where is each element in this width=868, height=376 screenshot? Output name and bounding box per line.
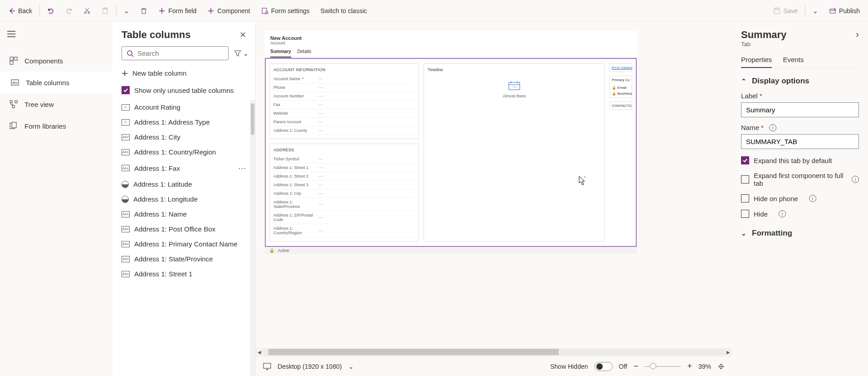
more-icon[interactable]: ⋯ <box>238 163 246 173</box>
column-item[interactable]: AbcAddress 1: Primary Contact Name <box>112 236 255 251</box>
save-dropdown[interactable]: ⌄ <box>808 5 823 17</box>
form-field-button[interactable]: Form field <box>154 5 201 17</box>
related-card[interactable]: Primary Co 🔒 Email 🔒 Business <box>610 76 632 98</box>
field-row[interactable]: Account Name*--- <box>273 75 415 83</box>
info-icon[interactable]: i <box>779 210 786 217</box>
form-canvas: New Account Account Summary Details ACCO… <box>256 22 732 376</box>
prop-tab-events[interactable]: Events <box>783 56 804 68</box>
section-title: ADDRESS <box>273 148 415 152</box>
nav-components-label: Components <box>24 57 63 65</box>
svg-rect-5 <box>103 9 107 14</box>
column-item[interactable]: ≡Account Rating <box>112 100 255 115</box>
field-row[interactable]: Parent Account--- <box>273 118 415 126</box>
expand-default-checkbox[interactable]: Expand this tab by default <box>741 156 859 164</box>
section-address[interactable]: ADDRESS Ticker Symbol--- Address 1: Stre… <box>269 144 419 241</box>
form-tab-summary[interactable]: Summary <box>270 49 291 58</box>
scrollbar[interactable] <box>250 100 255 376</box>
field-row[interactable]: Phone--- <box>273 83 415 92</box>
section-display-options[interactable]: ⌃ Display options <box>741 77 859 86</box>
new-table-column-button[interactable]: New table column <box>112 65 255 82</box>
search-box[interactable] <box>122 46 229 60</box>
paste-dropdown[interactable]: ⌄ <box>119 5 134 17</box>
hide-phone-checkbox[interactable]: Hide on phone i <box>741 194 859 202</box>
prop-tab-properties[interactable]: Properties <box>741 56 772 68</box>
column-item[interactable]: AbcAddress 1: Country/Region <box>112 145 255 159</box>
field-row[interactable]: Website--- <box>273 109 415 118</box>
related-card[interactable]: CONTACTS <box>610 101 632 110</box>
section-formatting[interactable]: ⌄ Formatting <box>741 229 859 238</box>
undo-button[interactable] <box>43 5 59 17</box>
field-row[interactable]: Address 1: Street 1--- <box>273 164 415 172</box>
zoom-out-button[interactable]: − <box>634 362 639 371</box>
collapse-pane-button[interactable]: › <box>856 29 859 39</box>
column-item[interactable]: AbcAddress 1: City <box>112 130 255 145</box>
section-timeline[interactable]: Timeline Almost there <box>424 63 605 241</box>
expand-first-checkbox[interactable]: Expand first component to full tab i <box>741 172 859 187</box>
search-input[interactable] <box>137 49 224 57</box>
column-item[interactable]: AbcAddress 1: State/Province <box>112 251 255 266</box>
column-item[interactable]: ≡Address 1: Address Type <box>112 115 255 130</box>
switch-classic-button[interactable]: Switch to classic <box>316 5 372 17</box>
paste-button[interactable] <box>97 5 113 17</box>
optionset-icon: ≡ <box>122 104 130 111</box>
field-row[interactable]: Ticker Symbol--- <box>273 155 415 164</box>
info-icon[interactable]: i <box>809 195 816 202</box>
chevron-down-icon[interactable]: ⌄ <box>348 363 354 370</box>
field-row[interactable]: Address 1: Street 3--- <box>273 181 415 189</box>
hide-checkbox[interactable]: Hide i <box>741 210 859 218</box>
column-item[interactable]: Address 1: Longitude <box>112 192 255 207</box>
canvas-footer: Desktop (1920 x 1080) ⌄ Show Hidden Off … <box>256 356 732 376</box>
column-item[interactable]: AbcAddress 1: Post Office Box <box>112 222 255 236</box>
info-icon[interactable]: i <box>852 176 859 183</box>
zoom-slider[interactable] <box>644 366 681 367</box>
zoom-value: 39% <box>698 363 711 370</box>
viewport-label[interactable]: Desktop (1920 x 1080) <box>278 363 342 370</box>
field-row[interactable]: Account Number--- <box>273 92 415 101</box>
nav-tree-view[interactable]: Tree view <box>0 93 112 115</box>
column-item[interactable]: AbcAddress 1: Name <box>112 207 255 222</box>
unused-columns-checkbox-row[interactable]: Show only unused table columns <box>112 82 255 100</box>
svg-rect-36 <box>12 122 16 128</box>
delete-button[interactable] <box>136 5 152 17</box>
field-row[interactable]: Fax--- <box>273 101 415 109</box>
scroll-thumb[interactable] <box>251 103 254 135</box>
redo-button[interactable] <box>61 5 77 17</box>
field-row[interactable]: Address 1: City--- <box>273 189 415 198</box>
form-tab-details[interactable]: Details <box>297 49 312 58</box>
section-account-info[interactable]: ACCOUNT INFORMATION Account Name*--- Pho… <box>269 63 419 139</box>
checkbox-icon <box>741 156 749 164</box>
nav-form-libraries[interactable]: Form libraries <box>0 115 112 137</box>
publish-button[interactable]: Publish <box>824 5 864 17</box>
info-icon[interactable]: i <box>769 124 776 131</box>
related-card[interactable]: Error loading <box>610 63 632 72</box>
horizontal-scrollbar[interactable]: ◀ ▶ <box>256 348 732 356</box>
field-row[interactable]: Address 1: Street 2--- <box>273 172 415 181</box>
scroll-left-icon[interactable]: ◀ <box>258 350 261 355</box>
close-panel-button[interactable]: ✕ <box>239 30 246 40</box>
hamburger-button[interactable] <box>0 27 112 41</box>
label-input[interactable] <box>741 102 859 117</box>
field-row[interactable]: Address 1: State/Province--- <box>273 198 415 211</box>
field-row[interactable]: Address 1: ZIP/Postal Code--- <box>273 211 415 224</box>
scroll-thumb[interactable] <box>268 349 559 355</box>
save-button[interactable]: Save <box>769 5 802 17</box>
nav-components[interactable]: Components <box>0 50 112 72</box>
zoom-in-button[interactable]: + <box>687 362 692 371</box>
chevron-down-icon: ⌄ <box>741 230 746 237</box>
component-button[interactable]: Component <box>203 5 254 17</box>
name-input[interactable] <box>741 134 859 149</box>
scroll-right-icon[interactable]: ▶ <box>727 350 730 355</box>
back-button[interactable]: Back <box>4 5 37 17</box>
form-preview[interactable]: New Account Account Summary Details ACCO… <box>265 31 637 254</box>
form-settings-button[interactable]: Form settings <box>257 5 314 17</box>
filter-button[interactable]: ⌄ <box>232 47 250 60</box>
cut-button[interactable] <box>79 5 95 17</box>
show-hidden-toggle[interactable] <box>595 362 613 371</box>
column-item[interactable]: AbcAddress 1: Fax⋯ <box>112 159 255 177</box>
field-row[interactable]: Address 1: County--- <box>273 126 415 135</box>
column-item[interactable]: AbcAddress 1: Street 1 <box>112 266 255 281</box>
field-row[interactable]: Address 1: Country/Region--- <box>273 224 415 237</box>
column-item[interactable]: Address 1: Latitude <box>112 177 255 192</box>
fit-to-screen-button[interactable] <box>717 363 725 370</box>
nav-table-columns[interactable]: Abc Table columns <box>0 72 112 93</box>
